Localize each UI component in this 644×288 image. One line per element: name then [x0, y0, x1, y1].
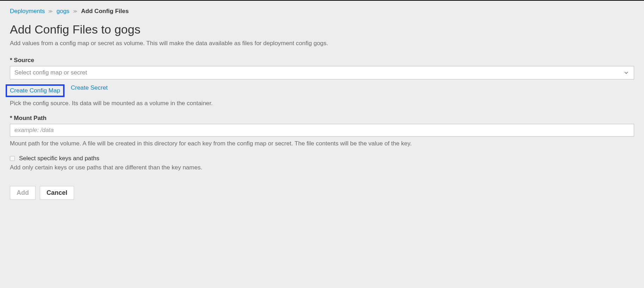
mount-path-label: * Mount Path: [10, 115, 634, 122]
source-select[interactable]: Select config map or secret: [10, 66, 634, 79]
page-title: Add Config Files to gogs: [10, 23, 634, 36]
chevron-right-icon: ≫: [73, 9, 78, 14]
mount-path-help-text: Mount path for the volume. A file will b…: [10, 140, 634, 147]
cancel-button[interactable]: Cancel: [40, 186, 74, 200]
breadcrumb-current: Add Config Files: [81, 8, 129, 15]
breadcrumb-item-link[interactable]: gogs: [56, 8, 69, 15]
button-row: Add Cancel: [10, 186, 634, 200]
source-select-placeholder: Select config map or secret: [14, 69, 87, 76]
keys-help-text: Add only certain keys or use paths that …: [10, 164, 634, 171]
page-description: Add values from a config map or secret a…: [10, 40, 634, 47]
source-help-text: Pick the config source. Its data will be…: [10, 100, 634, 107]
breadcrumb-deployments-link[interactable]: Deployments: [10, 8, 45, 15]
select-keys-label: Select specific keys and paths: [19, 155, 99, 162]
mount-path-input[interactable]: [10, 124, 634, 137]
source-group: * Source Select config map or secret Cre…: [10, 57, 634, 107]
chevron-down-icon: [624, 70, 628, 75]
create-config-map-link[interactable]: Create Config Map: [10, 87, 60, 94]
add-button[interactable]: Add: [10, 186, 36, 200]
highlight-annotation: Create Config Map: [6, 84, 65, 97]
mount-path-group: * Mount Path Mount path for the volume. …: [10, 115, 634, 147]
breadcrumb: Deployments ≫ gogs ≫ Add Config Files: [10, 8, 634, 15]
create-secret-link[interactable]: Create Secret: [71, 84, 108, 97]
select-keys-checkbox[interactable]: [10, 156, 15, 161]
keys-group: Select specific keys and paths Add only …: [10, 155, 634, 171]
source-label: * Source: [10, 57, 634, 64]
chevron-right-icon: ≫: [48, 9, 53, 14]
source-link-row: Create Config Map Create Secret: [10, 84, 634, 97]
